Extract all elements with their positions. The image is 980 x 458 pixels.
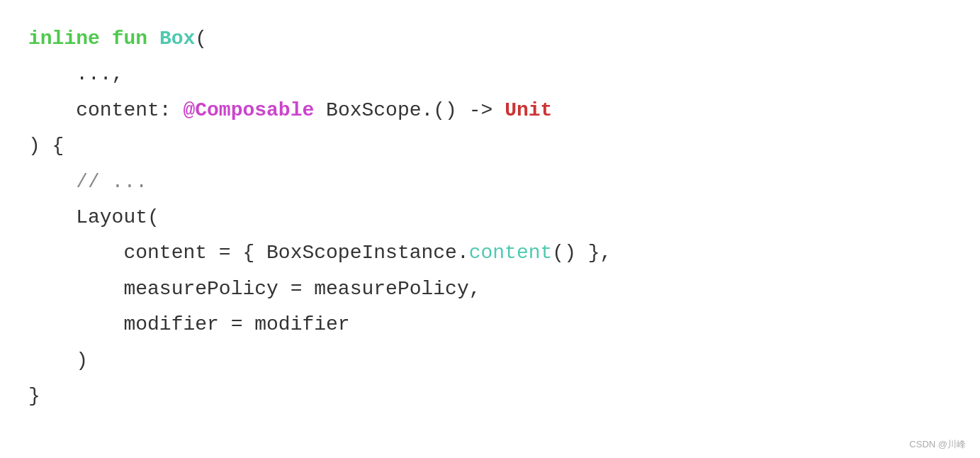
code-token: Box <box>159 28 195 50</box>
code-token: Unit <box>505 99 552 121</box>
code-line-line8: measurePolicy = measurePolicy, <box>28 272 952 307</box>
code-token: // ... <box>28 171 147 193</box>
code-line-line10: ) <box>28 343 952 379</box>
code-line-line4: ) { <box>28 128 952 164</box>
code-token: ) <box>28 350 88 372</box>
code-token: ..., <box>28 63 123 85</box>
code-token: ) { <box>28 135 64 157</box>
code-token: Layout( <box>28 206 159 228</box>
code-token: } <box>28 385 40 407</box>
code-token <box>147 28 159 50</box>
code-line-line2: ..., <box>28 57 952 92</box>
code-token: inline <box>28 28 100 50</box>
code-token: BoxScope.() -> <box>314 99 505 121</box>
code-block: inline fun Box( ..., content: @Composabl… <box>0 0 980 435</box>
code-token: ( <box>195 28 207 50</box>
code-token: () }, <box>552 242 612 264</box>
code-token: @Composable <box>183 99 314 121</box>
code-line-line5: // ... <box>28 164 952 200</box>
code-line-line6: Layout( <box>28 200 952 235</box>
code-line-line11: } <box>28 379 952 414</box>
code-token: fun <box>112 28 147 50</box>
code-token: content: <box>28 99 183 121</box>
code-line-line1: inline fun Box( <box>28 21 952 57</box>
code-token <box>100 28 112 50</box>
watermark: CSDN @川峰 <box>909 438 966 451</box>
code-line-line9: modifier = modifier <box>28 307 952 342</box>
code-token: modifier = modifier <box>28 313 350 335</box>
code-line-line3: content: @Composable BoxScope.() -> Unit <box>28 93 952 128</box>
code-token: content = { BoxScopeInstance. <box>28 242 469 264</box>
code-line-line7: content = { BoxScopeInstance.content() }… <box>28 235 952 271</box>
code-token: measurePolicy = measurePolicy, <box>28 278 481 300</box>
code-token: content <box>469 242 553 264</box>
